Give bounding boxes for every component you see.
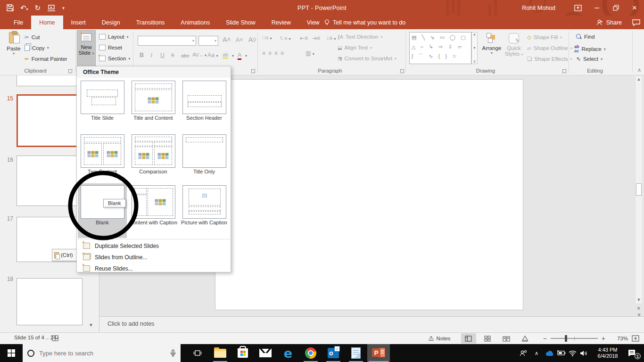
paragraph-dialog-launcher-icon[interactable] (400, 69, 404, 73)
slide-canvas[interactable] (215, 79, 523, 310)
taskbar-microsoft-store[interactable] (231, 344, 254, 362)
increase-font-size-button[interactable]: A˄ (223, 36, 231, 43)
columns-button[interactable]: ▥ ▾ (305, 50, 314, 57)
shapes-scroll-down-icon[interactable]: ▼ (473, 46, 476, 49)
decrease-indent-button[interactable]: ⇤≡ (300, 35, 308, 41)
font-color-dropdown-arrow[interactable]: ▾ (245, 54, 247, 58)
scroll-down-icon[interactable]: ▼ (636, 296, 642, 304)
microphone-icon[interactable] (170, 349, 176, 357)
paste-options-chip[interactable]: (Ctrl) (52, 249, 79, 261)
fit-slide-to-window-icon[interactable] (632, 335, 639, 342)
shape-fill-button[interactable]: ◇ Shape Fill▾ (527, 34, 562, 41)
shapes-row-1[interactable]: ▤ ╲ ⇘ ▭ ◯ ▢ (412, 33, 469, 42)
bold-button[interactable]: B (140, 52, 144, 58)
taskbar-search[interactable] (23, 344, 181, 362)
layout-comparison[interactable]: Comparison (129, 132, 178, 175)
start-button[interactable] (0, 344, 23, 362)
taskbar-notepad[interactable] (345, 344, 367, 362)
layout-section-header[interactable]: Section Header (180, 79, 229, 121)
shapes-scroll-up-icon[interactable]: ▲ (473, 33, 476, 36)
slide-sorter-view-button[interactable] (480, 333, 495, 344)
shape-outline-button[interactable]: ▱ Shape Outline▾ (527, 45, 572, 51)
restore-button[interactable] (606, 0, 625, 16)
font-size-combo[interactable]: ▾ (198, 36, 218, 46)
comments-icon[interactable] (632, 19, 640, 26)
drawing-dialog-launcher-icon[interactable] (562, 69, 566, 73)
tab-file[interactable]: File (6, 16, 31, 29)
font-name-combo[interactable]: ▾ (138, 36, 196, 46)
menu-reuse-slides[interactable]: Reuse Slides... (77, 263, 231, 274)
taskbar-chrome[interactable] (299, 344, 322, 362)
increase-indent-button[interactable]: ⇥≡ (312, 35, 320, 41)
text-highlight-button[interactable]: ab (223, 52, 228, 59)
tab-transitions[interactable]: Transitions (128, 16, 173, 29)
shapes-row-2[interactable]: △ ⌐ ↳ ⇨ ⇩ ▱ (412, 42, 469, 51)
tab-design[interactable]: Design (94, 16, 128, 29)
slide-thumbnail-partial[interactable] (17, 75, 83, 86)
font-dialog-launcher-icon[interactable] (251, 69, 255, 73)
text-highlight-dropdown-arrow[interactable]: ▾ (232, 54, 234, 58)
signed-in-user[interactable]: Rohit Mohod (522, 5, 555, 11)
collapse-ribbon-icon[interactable]: ∧ (637, 67, 641, 73)
tell-me-box[interactable]: Tell me what you want to do (324, 16, 405, 29)
tab-view[interactable]: View (299, 16, 328, 29)
decrease-font-size-button[interactable]: A˅ (236, 37, 243, 43)
layout-title-and-content[interactable]: Title and Content (129, 79, 178, 121)
zoom-out-button[interactable]: − (539, 335, 551, 342)
taskbar-clock[interactable]: 4:43 PM 6/4/2018 (593, 347, 622, 359)
spell-check-icon[interactable] (52, 335, 60, 342)
align-buttons[interactable]: ≡≡≡≡ (262, 50, 287, 57)
task-view-button[interactable] (186, 344, 209, 362)
cut-button[interactable]: ✂ Cut (25, 34, 40, 41)
people-icon[interactable] (518, 350, 529, 356)
zoom-percentage[interactable]: 73% (609, 336, 628, 341)
vertical-scrollbar[interactable]: ▲ ▼ (635, 75, 643, 304)
menu-duplicate-selected-slides[interactable]: Duplicate Selected Slides (77, 240, 231, 251)
volume-icon[interactable] (578, 350, 589, 356)
previous-slide-button[interactable]: « (636, 307, 642, 310)
align-text-button[interactable]: ⬓ Align Text▾ (338, 45, 372, 50)
taskbar-outlook[interactable]: o (322, 344, 345, 362)
text-direction-button[interactable]: ∥A Text Direction▾ (338, 34, 382, 40)
normal-view-button[interactable] (461, 333, 476, 344)
hidden-icons-chevron[interactable]: ∧ (531, 350, 542, 356)
replace-button[interactable]: abac Replace▾ (574, 45, 606, 53)
line-spacing-button[interactable]: ↕≡ ▾ (326, 35, 336, 41)
layout-two-content[interactable]: Two Content (78, 132, 127, 175)
numbering-button[interactable]: ⒈≡ ▾ (279, 35, 291, 42)
slide-thumbnail-16[interactable] (17, 156, 83, 206)
paste-dropdown-arrow[interactable]: ▾ (13, 51, 15, 56)
reading-view-button[interactable] (499, 333, 514, 344)
clipboard-dialog-launcher-icon[interactable] (68, 69, 72, 73)
taskbar-powerpoint[interactable]: P (367, 344, 390, 362)
text-shadow-button[interactable]: S (171, 52, 174, 59)
shapes-row-3[interactable]: ∫ ⌒ ∿ { } ☆ (412, 51, 469, 61)
shapes-more-icon[interactable]: ⊻ (473, 60, 476, 64)
strikethrough-button[interactable]: abc (181, 53, 190, 58)
copy-button[interactable]: Copy ▾ (25, 45, 49, 51)
layout-title-only[interactable]: Title Only (180, 132, 229, 175)
slide-thumbnail-18[interactable] (17, 278, 83, 325)
quick-styles-button[interactable]: Quick Styles ▾ (504, 33, 524, 57)
section-button[interactable]: Section▾ (99, 56, 130, 61)
menu-slides-from-outline[interactable]: Slides from Outline... (77, 252, 231, 263)
layout-blank[interactable]: Blank (78, 183, 127, 238)
close-button[interactable]: × (625, 0, 644, 16)
find-button[interactable]: Find (576, 34, 594, 40)
change-case-button[interactable]: Aa ▾ (207, 52, 218, 58)
ribbon-display-options-icon[interactable] (569, 0, 587, 16)
notes-toggle[interactable]: Notes (428, 336, 451, 341)
action-center-icon[interactable]: 1 (626, 349, 637, 357)
battery-icon[interactable] (555, 350, 567, 356)
font-color-button[interactable]: A (238, 52, 241, 60)
clear-formatting-button[interactable]: A◊ (248, 36, 256, 43)
search-input[interactable] (39, 350, 165, 357)
arrange-button[interactable]: Arrange ▾ (481, 33, 503, 55)
shapes-gallery-scrollbar[interactable]: ▲ ▼ ⊻ (471, 32, 478, 64)
copy-dropdown-arrow[interactable]: ▾ (47, 46, 49, 50)
tab-animations[interactable]: Animations (173, 16, 218, 29)
tab-home[interactable]: Home (31, 16, 63, 29)
convert-to-smartart-button[interactable]: ⬔ Convert to SmartArt▾ (338, 56, 396, 61)
layout-picture-with-caption[interactable]: Picture with Caption (180, 183, 229, 226)
scroll-up-icon[interactable]: ▲ (636, 76, 642, 83)
